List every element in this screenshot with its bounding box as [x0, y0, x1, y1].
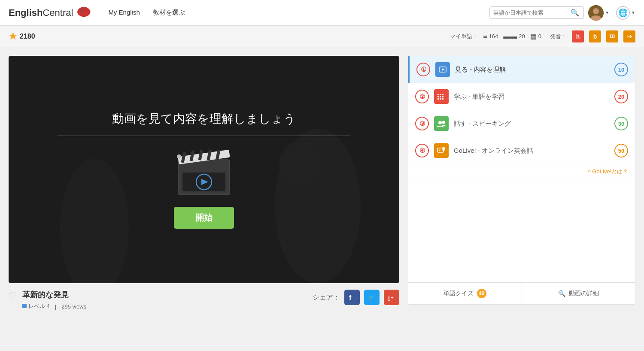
- video-details-label: 動画の詳細: [569, 290, 599, 297]
- svg-text:g+: g+: [388, 295, 394, 301]
- video-footer: ♡ 革新的な発見 レベル 4 | 295 views シェア： f 🐦: [9, 283, 399, 317]
- svg-marker-39: [439, 149, 441, 151]
- points-value: 2180: [20, 33, 35, 40]
- logo[interactable]: EnglishCentral: [9, 6, 91, 20]
- learn-label: 学ぶ - 単語を学習: [454, 93, 614, 101]
- svg-point-21: [177, 154, 181, 159]
- globe-wrap[interactable]: 🌐 ▼: [616, 6, 635, 20]
- svg-point-0: [77, 7, 90, 17]
- speak-label: 話す - スピーキング: [454, 120, 614, 128]
- clapboard-icon: [174, 145, 234, 198]
- svg-marker-26: [442, 68, 444, 71]
- learn-points: 20: [614, 90, 628, 103]
- svg-line-16: [182, 152, 185, 163]
- video-footer-title: 革新的な発見: [22, 290, 313, 300]
- sidebar-item-watch[interactable]: ① 見る - 内容を理解 10: [408, 56, 635, 83]
- master-icon: ▦: [530, 32, 537, 40]
- nav-choose-material[interactable]: 教材を選ぶ: [153, 9, 185, 17]
- svg-rect-30: [437, 96, 439, 97]
- golive-points: 50: [614, 144, 628, 157]
- step-2-circle: ②: [415, 90, 429, 103]
- word-stat-flash: ▬▬ 20: [503, 33, 525, 40]
- facebook-share-btn[interactable]: f: [344, 290, 360, 305]
- search-icon[interactable]: 🔍: [571, 9, 579, 17]
- svg-rect-29: [442, 94, 444, 95]
- sidebar: ① 見る - 内容を理解 10 ②: [408, 56, 635, 305]
- svg-text:🐦: 🐦: [368, 294, 375, 301]
- word-count-list: 164: [489, 33, 498, 39]
- search-input[interactable]: [493, 9, 571, 16]
- search-details-icon: 🔍: [558, 290, 565, 297]
- video-overlay-title: 動画を見て内容を理解しましょう: [58, 111, 351, 136]
- logo-icon: [75, 6, 91, 20]
- svg-text:!: !: [442, 148, 443, 151]
- svg-text:f: f: [349, 294, 352, 301]
- share-label: シェア：: [313, 293, 340, 302]
- svg-line-20: [217, 150, 219, 160]
- nav-my-english[interactable]: My English: [108, 9, 140, 17]
- video-container: 動画を見て内容を理解しましょう: [9, 56, 399, 283]
- sidebar-footer: 単語クイズ 40 🔍 動画の詳細: [408, 282, 635, 304]
- twitter-share-btn[interactable]: 🐦: [364, 290, 380, 305]
- step-1-circle: ①: [416, 63, 430, 76]
- points-badge: ★ 2180: [9, 31, 35, 42]
- step-4-circle: ④: [415, 144, 429, 157]
- golive-info-link[interactable]: ^ GoLive!とは？: [408, 164, 635, 179]
- search-box[interactable]: 🔍: [489, 6, 584, 19]
- avatar-chevron: ▼: [605, 10, 609, 15]
- golive-label: GoLive! - オンライン英会話: [454, 147, 614, 155]
- svg-rect-32: [442, 96, 444, 97]
- googleplus-share-btn[interactable]: g+: [384, 290, 399, 305]
- my-words-label: マイ単語：: [450, 33, 478, 40]
- pron-btn-h[interactable]: h: [572, 30, 584, 42]
- svg-point-2: [79, 9, 85, 12]
- svg-rect-34: [440, 98, 441, 100]
- learn-icon: [434, 89, 449, 104]
- sidebar-item-golive[interactable]: ④ ! GoLive! - オンライン英会話 50: [408, 137, 635, 164]
- word-stat-master: ▦ 0: [530, 32, 541, 40]
- globe-chevron: ▼: [631, 10, 635, 15]
- svg-line-19: [208, 150, 210, 160]
- view-count: |: [55, 303, 56, 310]
- pron-btn-arrow[interactable]: ⇒: [623, 30, 635, 42]
- list-icon: ≡: [483, 33, 487, 40]
- speak-points: 30: [614, 117, 628, 130]
- svg-rect-28: [440, 94, 441, 95]
- vocab-quiz-btn[interactable]: 単語クイズ 40: [408, 283, 522, 304]
- svg-rect-33: [437, 98, 439, 100]
- pron-btn-b[interactable]: b: [589, 30, 601, 42]
- star-icon: ★: [9, 31, 17, 42]
- vocab-quiz-label: 単語クイズ: [444, 290, 474, 297]
- svg-point-36: [438, 121, 442, 124]
- start-button[interactable]: 開始: [174, 207, 234, 229]
- avatar: [588, 5, 604, 21]
- sidebar-item-speak[interactable]: ③ 話す - スピーキング 30: [408, 110, 635, 137]
- word-stat-list: ≡ 164: [483, 33, 498, 40]
- sidebar-item-learn[interactable]: ② 学ぶ -: [408, 83, 635, 110]
- svg-rect-27: [437, 94, 439, 95]
- watch-label: 見る - 内容を理解: [455, 66, 614, 74]
- video-details-btn[interactable]: 🔍 動画の詳細: [522, 283, 635, 304]
- avatar-wrap[interactable]: ▼: [588, 5, 609, 21]
- svg-rect-35: [442, 98, 444, 100]
- pron-btn-u[interactable]: ɯ: [606, 30, 618, 42]
- watch-icon: [435, 62, 450, 77]
- svg-line-17: [191, 151, 193, 161]
- svg-point-4: [593, 8, 599, 14]
- views-value: 295 views: [61, 303, 86, 310]
- level-dot: レベル 4: [22, 303, 50, 310]
- logo-text: EnglishCentral: [9, 7, 73, 18]
- word-count-flash: 20: [519, 33, 525, 39]
- svg-point-37: [442, 121, 445, 124]
- speak-icon: [434, 116, 449, 131]
- word-count-master: 0: [538, 33, 541, 39]
- pronunciation-label: 発音：: [550, 33, 567, 40]
- watch-points: 10: [614, 63, 628, 76]
- quiz-badge: 40: [477, 289, 486, 298]
- step-3-circle: ③: [415, 117, 429, 130]
- flash-icon: ▬▬: [503, 33, 517, 40]
- heart-icon[interactable]: ♡: [9, 290, 17, 302]
- golive-icon: !: [434, 143, 449, 158]
- svg-rect-31: [440, 96, 441, 97]
- svg-line-18: [200, 150, 202, 160]
